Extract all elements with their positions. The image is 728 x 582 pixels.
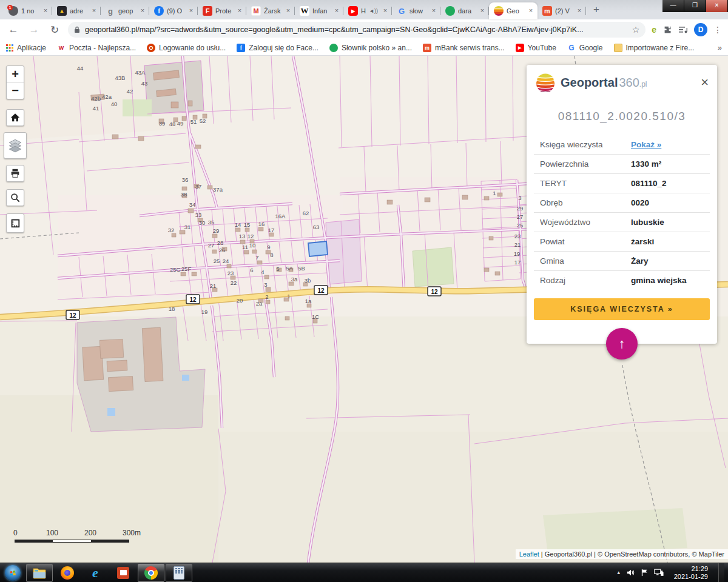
taskbar-chrome[interactable] — [138, 564, 164, 582]
search-button[interactable] — [6, 189, 24, 206]
scale-tick: 200 — [84, 529, 96, 537]
bookmark-office[interactable]: OLogowanie do usłu... — [147, 44, 226, 52]
browser-tab-9[interactable]: Gsłow× — [392, 2, 440, 19]
leaflet-link[interactable]: Leaflet — [519, 550, 539, 558]
tab-audio-icon[interactable]: ◄)) — [369, 8, 378, 14]
svg-text:19: 19 — [514, 250, 521, 257]
tab-close-icon[interactable]: × — [235, 7, 244, 15]
facebook-icon: f — [237, 44, 245, 52]
bookmark-apps[interactable]: Aplikacje — [6, 44, 46, 52]
scroll-top-button[interactable]: ↑ — [606, 328, 638, 360]
selected-parcel — [308, 241, 328, 256]
browser-tab-7[interactable]: WInfan× — [295, 2, 343, 19]
svg-text:49: 49 — [177, 120, 184, 127]
tray-expand-icon[interactable]: ▲ — [616, 570, 621, 575]
browser-tab-8[interactable]: ▶H◄))× — [343, 2, 392, 19]
network-icon[interactable] — [654, 569, 664, 577]
taskbar-clock[interactable]: 21:29 2021-01-29 — [669, 565, 713, 581]
extension-e-icon[interactable]: e — [652, 25, 656, 35]
explorer-icon — [32, 566, 47, 580]
svg-text:25: 25 — [214, 258, 220, 264]
browser-tab-6[interactable]: MŻarsk× — [246, 2, 295, 19]
action-center-flag-icon[interactable] — [641, 569, 649, 577]
tab-close-icon[interactable]: × — [187, 7, 195, 15]
show-desktop-button[interactable] — [718, 563, 724, 582]
tab-strip: 11 no× ▲adre× ggeop× f(9) O× FProte× MŻa… — [0, 0, 728, 19]
pokaz-link[interactable]: Pokaż » — [631, 140, 661, 149]
bookmarks-overflow-icon[interactable]: » — [718, 43, 722, 52]
svg-text:3a: 3a — [291, 276, 298, 283]
browser-tab-2[interactable]: ▲adre× — [52, 2, 101, 19]
svg-text:6: 6 — [250, 267, 253, 273]
svg-text:5B: 5B — [298, 265, 305, 272]
bookmark-google[interactable]: GGoogle — [567, 44, 603, 52]
browser-menu-icon[interactable]: ⋮ — [713, 25, 722, 35]
extensions-puzzle-icon[interactable] — [662, 25, 672, 35]
back-button[interactable]: ← — [6, 24, 21, 36]
browser-tab-10[interactable]: dara× — [440, 2, 489, 19]
maximize-button[interactable]: ❐ — [684, 0, 706, 12]
svg-text:5: 5 — [276, 266, 279, 272]
taskbar-explorer[interactable] — [26, 564, 53, 582]
taskbar-internet-explorer[interactable]: e — [82, 564, 109, 582]
reload-button[interactable]: ↻ — [47, 24, 62, 36]
browser-tab-5[interactable]: FProte× — [198, 2, 246, 19]
home-button[interactable] — [6, 109, 24, 126]
scale-line — [15, 540, 129, 543]
bookmark-facebook[interactable]: fZaloguj się do Face... — [237, 44, 318, 52]
bookmark-poczta[interactable]: WPoczta - Najlepsza... — [57, 44, 136, 52]
url-input[interactable]: geoportal360.pl/map/?src=adwords&utm_sou… — [68, 22, 645, 38]
media-controls-icon[interactable] — [678, 25, 688, 34]
minimize-button[interactable]: — — [662, 0, 684, 12]
tab-close-icon[interactable]: × — [430, 7, 438, 15]
bookmark-mbank[interactable]: mmBank serwis trans... — [423, 44, 505, 52]
profile-avatar[interactable]: D — [694, 23, 707, 36]
svg-text:42b: 42b — [91, 95, 101, 102]
start-button[interactable] — [0, 564, 25, 582]
tab-close-icon[interactable]: × — [527, 7, 535, 15]
taskbar-firefox[interactable] — [54, 564, 81, 582]
measure-button[interactable] — [6, 213, 24, 233]
svg-text:1C: 1C — [312, 313, 319, 320]
bookmark-star-icon[interactable]: ☆ — [632, 25, 640, 35]
print-button[interactable] — [6, 165, 24, 182]
tab-favicon: 1 — [8, 6, 18, 16]
window-controls: — ❐ × — [662, 0, 728, 12]
zoom-out-button[interactable]: − — [7, 82, 24, 99]
ksiega-wieczysta-button[interactable]: KSIĘGA WIECZYSTA » — [534, 298, 710, 320]
forward-button[interactable]: → — [27, 24, 41, 36]
svg-text:13: 13 — [239, 233, 246, 239]
taskbar-calculator[interactable] — [166, 564, 192, 582]
browser-tab-4[interactable]: f(9) O× — [149, 2, 198, 19]
svg-text:22: 22 — [231, 279, 237, 286]
bookmark-firefox-import[interactable]: Importowane z Fire... — [614, 44, 695, 52]
volume-icon[interactable] — [627, 569, 635, 577]
svg-text:42: 42 — [127, 88, 133, 95]
new-tab-button[interactable]: + — [588, 2, 604, 18]
tab-close-icon[interactable]: × — [478, 7, 487, 15]
panel-header: Geoportal360.pl × — [527, 65, 717, 96]
tab-close-icon[interactable]: × — [41, 7, 50, 15]
browser-tab-3[interactable]: ggeop× — [101, 2, 149, 19]
taskbar-powerpoint[interactable] — [110, 564, 136, 582]
tab-close-icon[interactable]: × — [284, 7, 292, 15]
bookmark-youtube[interactable]: ▶YouTube — [516, 44, 556, 52]
browser-tab-12[interactable]: m(2) V× — [538, 2, 586, 19]
tab-close-icon[interactable]: × — [332, 7, 341, 15]
browser-tab-1[interactable]: 11 no× — [4, 2, 52, 19]
layers-button[interactable] — [4, 132, 27, 159]
panel-close-icon[interactable]: × — [701, 76, 709, 89]
tab-close-icon[interactable]: × — [138, 7, 147, 15]
zoom-in-button[interactable]: + — [7, 66, 24, 82]
bookmark-slownik[interactable]: Słownik polsko » an... — [329, 44, 412, 52]
svg-text:2a: 2a — [256, 300, 263, 307]
browser-tab-geoportal-active[interactable]: Geo× — [489, 2, 538, 19]
svg-text:43B: 43B — [115, 75, 126, 81]
up-arrow-icon: ↑ — [619, 336, 625, 352]
office-icon: O — [147, 44, 155, 52]
tab-close-icon[interactable]: × — [381, 7, 389, 15]
close-window-button[interactable]: × — [706, 0, 728, 12]
chrome-icon — [144, 566, 158, 580]
tab-close-icon[interactable]: × — [90, 7, 98, 15]
tab-close-icon[interactable]: × — [575, 7, 584, 15]
